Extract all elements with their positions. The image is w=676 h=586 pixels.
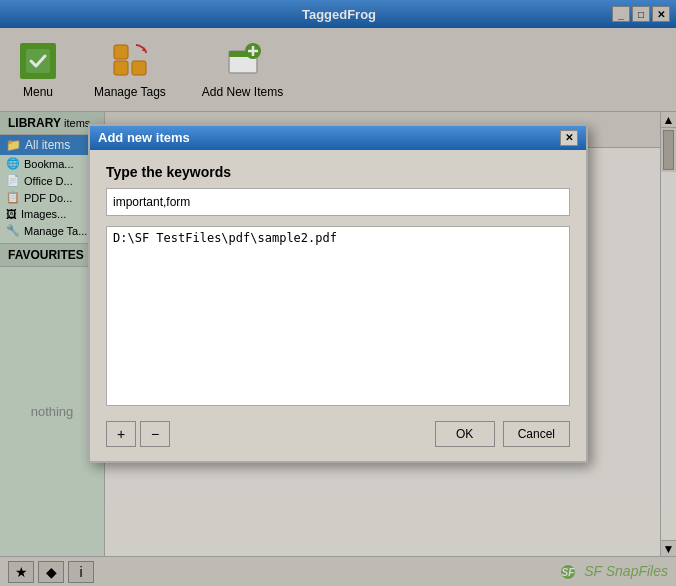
file-list-textarea[interactable]: [106, 226, 570, 406]
add-file-button[interactable]: +: [106, 421, 136, 447]
add-new-items-modal: Add new items ✕ Type the keywords + − OK…: [88, 124, 588, 463]
modal-overlay: Add new items ✕ Type the keywords + − OK…: [0, 0, 676, 586]
add-remove-buttons: + −: [106, 421, 170, 447]
remove-file-button[interactable]: −: [140, 421, 170, 447]
modal-title: Add new items: [98, 130, 190, 145]
modal-close-button[interactable]: ✕: [560, 130, 578, 146]
modal-body: Type the keywords + − OK Cancel: [90, 150, 586, 461]
modal-section-label: Type the keywords: [106, 164, 570, 180]
ok-button[interactable]: OK: [435, 421, 495, 447]
cancel-button[interactable]: Cancel: [503, 421, 570, 447]
modal-titlebar: Add new items ✕: [90, 126, 586, 150]
ok-cancel-buttons: OK Cancel: [435, 421, 570, 447]
modal-actions: + − OK Cancel: [106, 421, 570, 447]
keyword-input[interactable]: [106, 188, 570, 216]
